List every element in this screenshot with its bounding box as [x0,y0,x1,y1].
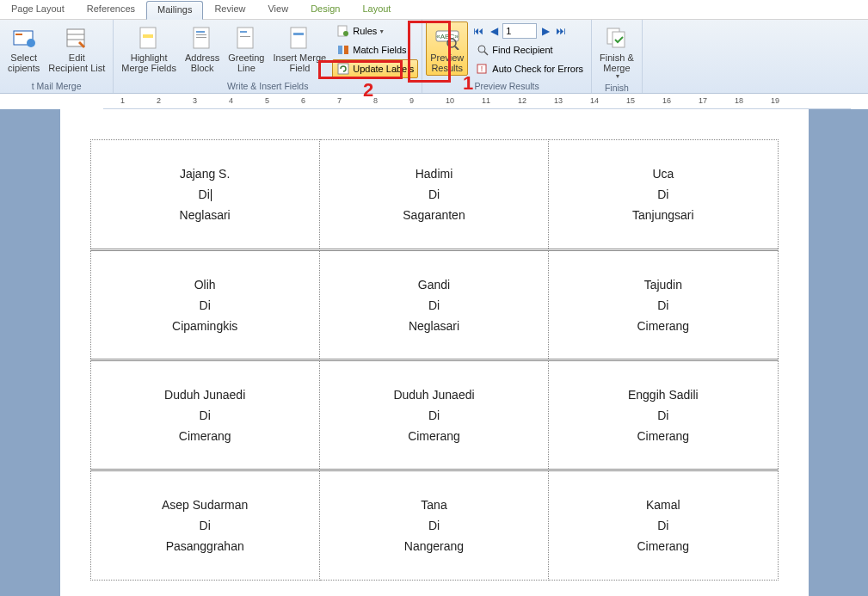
svg-text:!: ! [481,65,483,73]
svg-rect-20 [338,46,342,54]
address-block-button[interactable]: Address Block [181,22,224,76]
ribbon-tabs: Page Layout References Mailings Review V… [0,0,868,20]
document-page[interactable]: Jajang S.DiNeglasariHadimiDiSagarantenUc… [60,109,809,596]
tab-view[interactable]: View [256,0,299,19]
previous-record-button[interactable]: ◀ [487,24,501,38]
recipient-name: Tajudin [556,278,770,292]
dropdown-arrow-icon: ▼ [614,73,620,79]
group-label-finish: Finish [595,82,638,95]
label-cell[interactable]: Jajang S.DiNeglasari [90,140,319,250]
group-preview-results: «ABC» Preview Results ⏮ ◀ ▶ ⏭ Find Recip… [422,20,592,93]
finish-merge-button[interactable]: Finish & Merge▼ [595,22,638,82]
tab-design[interactable]: Design [299,0,351,19]
annotation-number-2: 2 [363,79,373,101]
find-recipient-icon [476,43,489,57]
label-cell[interactable]: GandiDiNeglasari [319,250,548,360]
first-record-button[interactable]: ⏮ [471,24,485,38]
preview-results-button[interactable]: «ABC» Preview Results [426,22,468,76]
last-record-button[interactable]: ⏭ [554,24,568,38]
svg-rect-32 [613,32,625,47]
recipient-place: Cimerang [327,429,541,443]
label-cell[interactable]: UcaDiTanjungsari [549,140,778,250]
group-start-mail-merge: Select cipients Edit Recipient List t Ma… [0,20,114,93]
recipient-place: Pasanggrahan [98,539,312,553]
ruler-tick: 6 [301,96,305,105]
recipient-di: Di [327,519,541,532]
select-recipients-button[interactable]: Select cipients [3,22,44,76]
address-block-icon [188,24,216,52]
ruler-tick: 2 [157,96,161,105]
auto-check-errors-button[interactable]: ! Auto Check for Errors [471,59,588,78]
svg-rect-1 [15,34,22,35]
record-number-input[interactable] [502,23,537,39]
svg-rect-8 [143,34,153,38]
recipient-place: Cimerang [556,539,770,553]
match-fields-icon [336,43,350,57]
insert-merge-field-icon [286,24,313,52]
find-recipient-button[interactable]: Find Recipient [471,40,588,59]
next-record-button[interactable]: ▶ [539,24,552,38]
svg-rect-13 [237,28,253,48]
ruler-tick: 9 [409,96,414,105]
recipient-di: Di [327,298,541,312]
tab-references[interactable]: References [76,0,146,19]
recipient-di: Di [98,298,312,312]
tab-page-layout[interactable]: Page Layout [0,0,76,19]
svg-line-28 [484,52,488,55]
recipient-name: Olih [98,278,312,292]
highlight-merge-fields-button[interactable]: Highlight Merge Fields [117,22,181,76]
svg-rect-17 [293,33,304,35]
recipient-di: Di [556,409,770,422]
annotation-number-1: 1 [463,72,473,95]
edit-recipient-list-button[interactable]: Edit Recipient List [44,22,109,76]
group-write-insert-fields: Highlight Merge Fields Address Block Gre… [114,20,422,93]
ruler-tick: 8 [373,96,378,105]
recipient-di: Di [327,187,541,201]
recipient-name: Kamal [556,498,770,512]
greeting-line-button[interactable]: Greeting Line [224,22,268,76]
recipient-place: Neglasari [327,319,541,333]
tab-review[interactable]: Review [203,0,256,19]
edit-recipient-list-icon [63,24,90,52]
group-label-preview: Preview Results [426,80,588,93]
group-label-start-mail-merge: t Mail Merge [3,80,109,93]
recipient-name: Tana [327,498,541,512]
label-cell[interactable]: HadimiDiSagaranten [319,140,548,250]
label-cell[interactable]: Duduh JunaediDiCimerang [319,360,548,470]
table-row: OlihDiCipamingkisGandiDiNeglasariTajudin… [90,250,778,360]
svg-rect-14 [240,31,247,33]
rules-button[interactable]: Rules▼ [332,22,418,40]
recipient-name: Uca [556,167,770,181]
recipient-di: Di [327,409,541,422]
match-fields-button[interactable]: Match Fields [332,40,418,59]
recipient-place: Nangerang [327,539,541,553]
ruler-tick: 19 [771,96,779,105]
svg-point-27 [478,46,485,52]
label-cell[interactable]: Asep SudarmanDiPasanggrahan [90,470,319,581]
recipient-place: Tanjungsari [556,208,770,222]
horizontal-ruler[interactable]: 12345678910111213141516171819 [103,94,851,109]
label-cell[interactable]: TajudinDiCimerang [549,250,778,360]
recipient-di: Di [98,409,312,422]
ruler-tick: 1 [120,96,125,105]
label-cell[interactable]: KamalDiCimerang [549,470,778,581]
recipient-di: Di [556,298,770,312]
recipient-place: Cimerang [98,429,312,443]
label-cell[interactable]: Enggih SadiliDiCimerang [549,360,778,470]
svg-point-19 [343,31,348,36]
label-cell[interactable]: Duduh JunaediDiCimerang [90,360,319,470]
svg-rect-11 [196,34,206,35]
update-labels-button[interactable]: Update Labels [332,59,418,78]
recipient-place: Neglasari [98,208,312,222]
group-finish: Finish & Merge▼ Finish [592,20,643,93]
ruler-tick: 4 [229,96,233,105]
tab-mailings[interactable]: Mailings [146,1,203,20]
recipient-name: Hadimi [327,167,541,181]
rules-icon [336,24,350,38]
insert-merge-field-button[interactable]: Insert Merge Field [268,22,330,76]
tab-layout[interactable]: Layout [351,0,402,19]
greeting-line-icon [232,24,260,52]
ruler-tick: 3 [193,96,197,105]
label-cell[interactable]: OlihDiCipamingkis [90,250,319,360]
label-cell[interactable]: TanaDiNangerang [319,470,548,581]
